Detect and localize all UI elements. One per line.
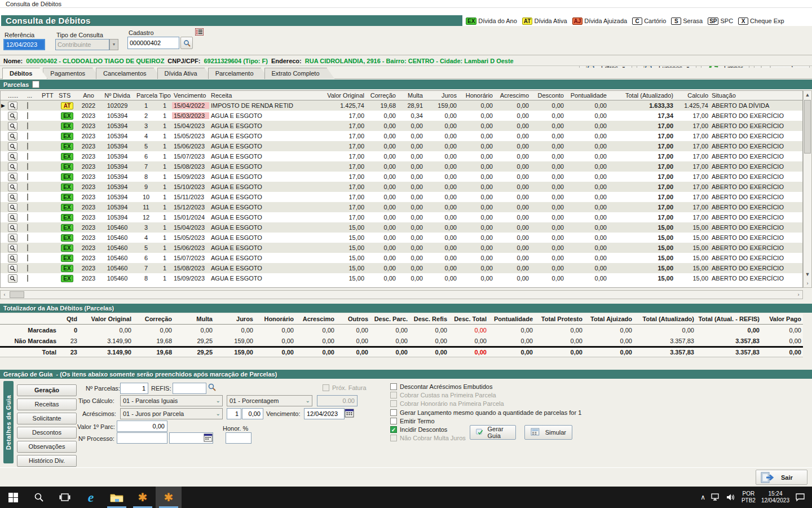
column-header[interactable]: STS xyxy=(57,92,77,99)
column-header[interactable]: Valor Original xyxy=(305,92,366,99)
row-magnifier-button[interactable] xyxy=(8,234,17,242)
column-header[interactable]: Pontualidade xyxy=(566,92,608,99)
tab-d-bitos[interactable]: Débitos xyxy=(2,68,47,79)
sair-button[interactable]: Sair xyxy=(756,470,807,485)
app-window-2-button[interactable]: ✱ xyxy=(156,487,182,508)
row-magnifier-button[interactable] xyxy=(8,122,17,130)
guia-button-gera-o[interactable]: Geração xyxy=(17,384,77,396)
row-checkbox[interactable] xyxy=(27,102,28,109)
network-icon[interactable] xyxy=(711,493,721,501)
processo-input[interactable] xyxy=(117,432,167,444)
row-checkbox[interactable] xyxy=(27,214,28,221)
row-checkbox[interactable] xyxy=(27,153,28,160)
honor-input[interactable] xyxy=(226,432,251,444)
table-row[interactable]: EX20231054603115/04/2023AGUA E ESGOTO15,… xyxy=(1,222,802,233)
row-checkbox[interactable] xyxy=(27,244,28,251)
column-header[interactable]: Desconto xyxy=(531,92,566,99)
row-checkbox[interactable] xyxy=(27,163,28,170)
table-row[interactable]: EX20231053948115/09/2023AGUA E ESGOTO17,… xyxy=(1,172,802,182)
table-row[interactable]: EX202310539412115/01/2024AGUA E ESGOTO17… xyxy=(1,212,802,222)
app-window-1-button[interactable]: ✱ xyxy=(130,487,156,508)
n-parcelas-input[interactable] xyxy=(120,383,148,394)
tab-extrato-completo[interactable]: Extrato Completo xyxy=(264,68,335,79)
guia-checkbox-1[interactable] xyxy=(390,383,397,390)
vencimento-calendar-icon[interactable] xyxy=(345,408,355,419)
column-header[interactable]: Calculo xyxy=(675,92,710,99)
acrescimos-n-input[interactable] xyxy=(227,408,241,419)
refis-input[interactable] xyxy=(173,383,206,394)
scroll-down-icon[interactable]: ▼ xyxy=(804,270,811,278)
start-button[interactable] xyxy=(0,487,26,508)
row-magnifier-button[interactable] xyxy=(8,224,17,232)
table-vertical-scrollbar[interactable]: ▲ ▼ › xyxy=(803,90,812,288)
row-magnifier-button[interactable] xyxy=(8,254,17,262)
internet-explorer-button[interactable]: e xyxy=(78,487,104,508)
clock[interactable]: 15:2412/04/2023 xyxy=(761,491,789,504)
refis-search-icon[interactable] xyxy=(208,383,217,393)
table-row[interactable]: EX202310539411115/12/2023AGUA E ESGOTO17… xyxy=(1,202,802,212)
vertical-scroll-thumb[interactable] xyxy=(804,100,811,154)
table-row[interactable]: EX20231053945115/06/2023AGUA E ESGOTO17,… xyxy=(1,141,802,151)
acrescimos-valor-input[interactable] xyxy=(242,408,263,419)
guia-checkbox-row-2[interactable]: Cobrar Custas na Primeira Parcela xyxy=(390,391,496,399)
column-header[interactable]: Correção xyxy=(366,92,398,99)
guia-button-descontos[interactable]: Descontos xyxy=(17,427,77,439)
table-row[interactable]: EX20231054606115/07/2023AGUA E ESGOTO15,… xyxy=(1,253,802,263)
row-magnifier-button[interactable] xyxy=(8,264,17,273)
tray-chevron-icon[interactable]: ∧ xyxy=(700,493,705,501)
guia-checkbox-row-4[interactable]: Gerar Lançamento mesmo quando a quantida… xyxy=(390,409,581,417)
row-magnifier-button[interactable] xyxy=(8,213,17,222)
guia-checkbox-row-5[interactable]: Emitir Termo xyxy=(390,417,435,425)
guia-button-observa-es[interactable]: Observações xyxy=(17,441,77,453)
guia-checkbox-row-6[interactable]: ✓Incidir Descontos xyxy=(390,426,447,433)
column-header[interactable]: Juros xyxy=(425,92,458,99)
column-header[interactable]: Situação xyxy=(710,92,802,99)
table-row[interactable]: ▶AT20221020291115/04/2022IMPOSTO DE REND… xyxy=(1,100,802,111)
row-magnifier-button[interactable] xyxy=(8,173,17,181)
row-checkbox[interactable] xyxy=(27,255,28,261)
row-checkbox[interactable] xyxy=(27,183,28,190)
guia-checkbox-3[interactable] xyxy=(390,400,397,407)
column-header[interactable]: Receita xyxy=(209,92,305,99)
row-checkbox[interactable] xyxy=(27,234,28,241)
table-row[interactable]: EX20231054608115/09/2023AGUA E ESGOTO15,… xyxy=(1,273,802,283)
valor-parc-input[interactable] xyxy=(117,421,167,432)
column-header[interactable]: Nº Divida xyxy=(100,92,135,99)
gerar-guia-button[interactable]: Gerar Guia xyxy=(470,425,516,440)
row-magnifier-button[interactable] xyxy=(8,112,17,120)
row-magnifier-button[interactable] xyxy=(8,203,17,212)
task-view-button[interactable] xyxy=(52,487,78,508)
cadastro-search-button[interactable] xyxy=(180,37,193,49)
scroll-right-icon2[interactable]: › xyxy=(804,279,811,287)
guia-checkbox-row-7[interactable]: Não Cobrar Multa Juros xyxy=(390,434,466,442)
column-header[interactable]: ... xyxy=(25,92,40,99)
column-header[interactable]: Vencimento xyxy=(172,92,209,99)
parcelas-select-all-checkbox[interactable] xyxy=(32,81,39,88)
speaker-icon[interactable] xyxy=(726,493,736,501)
table-horizontal-scrollbar[interactable]: ‹ › xyxy=(0,290,803,299)
row-magnifier-button[interactable] xyxy=(8,132,17,141)
table-row[interactable]: EX20231053947115/08/2023AGUA E ESGOTO17,… xyxy=(1,161,802,172)
guia-button-hist-rico-div-[interactable]: Histórico Div. xyxy=(17,455,77,467)
row-magnifier-button[interactable] xyxy=(8,152,17,161)
guia-checkbox-row-3[interactable]: Cobrar Honorário na Primeira Parcela xyxy=(390,400,504,408)
referencia-input[interactable] xyxy=(3,39,45,50)
scroll-up-icon[interactable]: ▲ xyxy=(804,91,811,99)
language-indicator[interactable]: PORPTB2 xyxy=(742,491,756,504)
tab-cancelamentos[interactable]: Cancelamentos xyxy=(96,68,161,79)
prox-fatura-checkbox[interactable] xyxy=(323,384,329,391)
guia-checkbox-2[interactable] xyxy=(390,392,397,398)
table-row[interactable]: EX202310539410115/11/2023AGUA E ESGOTO17… xyxy=(1,192,802,202)
notification-icon[interactable] xyxy=(795,493,805,502)
table-row[interactable]: EX20231053944115/05/2023AGUA E ESGOTO17,… xyxy=(1,131,802,141)
grid-options-icon[interactable] xyxy=(195,28,204,37)
table-row[interactable]: EX20231054605115/06/2023AGUA E ESGOTO15,… xyxy=(1,243,802,253)
row-checkbox[interactable] xyxy=(27,173,28,180)
row-magnifier-button[interactable] xyxy=(8,244,17,252)
simular-button[interactable]: Simular xyxy=(524,425,572,440)
column-header[interactable]: Ano xyxy=(77,92,100,99)
acrescimos-select[interactable]: 01 - Juros por Parcela xyxy=(120,408,223,419)
column-header[interactable]: Parcela xyxy=(135,92,157,99)
table-row[interactable]: EX20231054607115/08/2023AGUA E ESGOTO15,… xyxy=(1,263,802,273)
guia-checkbox-6[interactable]: ✓ xyxy=(390,426,397,433)
